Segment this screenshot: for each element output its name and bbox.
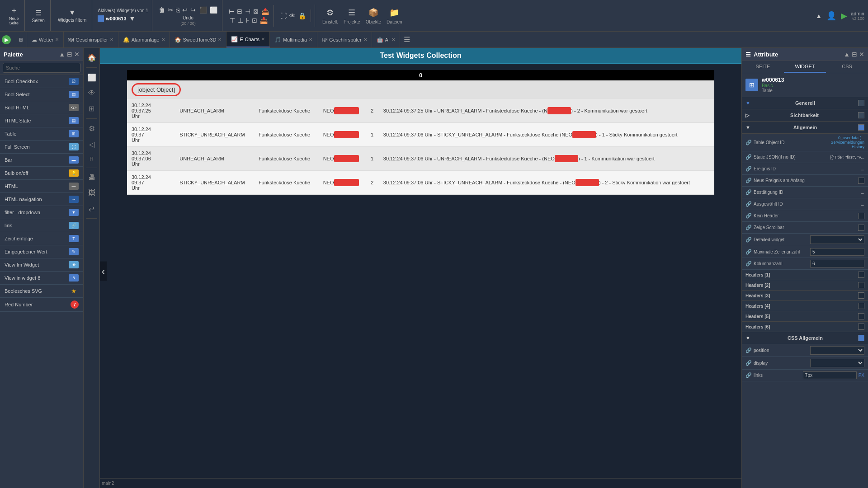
align-top-button[interactable]: ⊤: [229, 16, 236, 25]
side-icon-arrow-left[interactable]: ◁: [87, 138, 96, 150]
fullscreen-button[interactable]: ⛶: [279, 11, 288, 20]
paste2-button[interactable]: ⬜: [209, 5, 218, 14]
tab-css[interactable]: CSS: [826, 61, 868, 73]
widget-dropdown-button[interactable]: ▼: [128, 14, 137, 23]
tab-ai-close[interactable]: ✕: [392, 37, 395, 42]
cut-button[interactable]: ✂: [167, 5, 174, 14]
import-button[interactable]: 📥: [259, 16, 269, 25]
align-center-v-button[interactable]: ⊥: [237, 16, 244, 25]
palette-item-bar[interactable]: Bar ▬: [0, 154, 83, 167]
position-select[interactable]: [810, 346, 864, 355]
tab-geschirrspuler1-close[interactable]: ✕: [110, 37, 113, 42]
palette-item-html-navigation[interactable]: HTML navigation →: [0, 193, 83, 206]
side-icon-grid[interactable]: ⊞: [87, 103, 96, 115]
redo-button[interactable]: ↪: [189, 5, 197, 14]
undo-button[interactable]: ↩: [181, 5, 189, 14]
palette-item-html[interactable]: HTML —: [0, 180, 83, 193]
tab-echarts[interactable]: 📈 E-Charts ✕: [226, 32, 269, 47]
tab-sweethome3d-close[interactable]: ✕: [218, 37, 222, 42]
tab-multimedia[interactable]: 🎵 Multimedia ✕: [270, 32, 317, 47]
tab-canvas[interactable]: 🖥: [14, 32, 27, 47]
prop-link-icon-14[interactable]: 🔗: [745, 372, 752, 378]
tab-ai[interactable]: 🤖 AI ✕: [372, 32, 400, 47]
palette-close-button[interactable]: ✕: [74, 51, 80, 58]
eye-button[interactable]: 👁: [288, 11, 297, 20]
align-bottom-button[interactable]: ⊦: [245, 16, 250, 25]
tab-alarmanlage[interactable]: 🔔 Alarmanlage ✕: [118, 32, 170, 47]
generell-checkbox[interactable]: [858, 100, 864, 106]
delete-button[interactable]: 🗑: [158, 5, 166, 14]
export-button[interactable]: 📤: [260, 7, 270, 16]
detailed-widget-select[interactable]: [810, 235, 864, 244]
prop-link-icon-5[interactable]: 🔗: [745, 189, 752, 195]
palette-item-view-im-widget[interactable]: View Im Widget 👁: [0, 258, 83, 272]
sub-headers-6[interactable]: Headers [6]: [742, 322, 868, 332]
palette-item-link[interactable]: link 🔗: [0, 219, 83, 232]
copy-button[interactable]: ⎘: [175, 5, 180, 14]
right-panel-up-button[interactable]: ▲: [844, 51, 850, 58]
tab-geschirrspuler1[interactable]: 🍽 Geschirrspüler ✕: [64, 32, 118, 47]
side-icon-layers[interactable]: ⬜: [85, 71, 98, 84]
neus-ereignis-checkbox[interactable]: [858, 178, 864, 184]
section-allgemein[interactable]: ▼ Allgemein: [742, 122, 868, 134]
headers-2-checkbox[interactable]: [858, 282, 864, 288]
section-sichtbarkeit[interactable]: ▷ Sichtbarkeit: [742, 109, 868, 122]
dateien-button[interactable]: 📁: [388, 7, 400, 19]
headers-4-checkbox[interactable]: [858, 303, 864, 309]
kein-header-checkbox[interactable]: [858, 213, 864, 219]
sub-headers-4[interactable]: Headers [4]: [742, 301, 868, 311]
right-panel-expand-button[interactable]: ⊟: [852, 51, 857, 58]
tab-alarmanlage-close[interactable]: ✕: [161, 37, 165, 42]
palette-up-button[interactable]: ▲: [59, 51, 65, 58]
prop-link-icon-8[interactable]: 🔗: [745, 225, 752, 230]
sichtbarkeit-checkbox[interactable]: [858, 112, 864, 118]
align-left-button[interactable]: ⊢: [228, 7, 235, 16]
sub-headers-5[interactable]: Headers [5]: [742, 311, 868, 322]
tab-widget[interactable]: WIDGET: [784, 61, 826, 73]
prop-link-icon-2[interactable]: 🔗: [745, 154, 752, 160]
palette-item-table[interactable]: Table ⊞: [0, 127, 83, 141]
headers-5-checkbox[interactable]: [858, 313, 864, 319]
kolumnanzahl-input[interactable]: [810, 260, 864, 267]
side-icon-arrow-swap[interactable]: ⇄: [87, 202, 96, 215]
prop-link-icon-6[interactable]: 🔗: [745, 201, 752, 207]
allgemein-checkbox[interactable]: [858, 124, 864, 131]
right-panel-close-button[interactable]: ✕: [859, 51, 864, 58]
links-input[interactable]: [803, 371, 857, 379]
palette-item-red-number[interactable]: Red Number 7: [0, 298, 83, 312]
prop-link-icon-9[interactable]: 🔗: [745, 237, 752, 243]
section-css-allgemein[interactable]: ▼ CSS Allgemein: [742, 332, 868, 344]
align-right-button[interactable]: ⊣: [244, 7, 251, 16]
max-zeilenanzahl-input[interactable]: [810, 248, 864, 256]
palette-item-bool-checkbox[interactable]: Bool Checkbox ☑: [0, 75, 83, 88]
palette-item-filter-dropdown[interactable]: filter - dropdown ▼: [0, 206, 83, 219]
tab-seite[interactable]: SEITE: [742, 61, 784, 73]
section-generell[interactable]: ▼ Generell: [742, 97, 868, 109]
sub-headers-2[interactable]: Headers [2]: [742, 280, 868, 291]
side-icon-image[interactable]: 🖼: [86, 187, 97, 199]
palette-item-full-screen[interactable]: Full Screen ⛶: [0, 141, 83, 154]
palette-item-bool-select[interactable]: Bool Select ▤: [0, 88, 83, 101]
filter-button[interactable]: ▼ Widgets filtern: [56, 8, 88, 23]
prop-link-icon-3[interactable]: 🔗: [745, 166, 752, 172]
side-icon-eye[interactable]: 👁: [86, 87, 97, 99]
side-icon-settings[interactable]: ⚙: [87, 122, 97, 135]
objekte-button[interactable]: 📦: [368, 7, 379, 19]
prop-link-icon-10[interactable]: 🔗: [745, 249, 752, 255]
tab-wetter-close[interactable]: ✕: [55, 37, 59, 42]
sub-headers-1[interactable]: Headers [1]: [742, 270, 868, 280]
play-tab-button[interactable]: ▶: [2, 35, 11, 44]
arrow-up-button[interactable]: ▲: [816, 12, 822, 19]
projekte-button[interactable]: ☰: [347, 7, 356, 19]
distribute-v-button[interactable]: ⊡: [251, 16, 258, 25]
palette-item-bulb[interactable]: Bulb on/off 💡: [0, 167, 83, 180]
tab-overflow-button[interactable]: ☰: [400, 35, 414, 44]
tab-geschirrspuler2-close[interactable]: ✕: [363, 37, 367, 42]
palette-item-eingegebener-wert[interactable]: Eingegebener Wert ✎: [0, 245, 83, 258]
tab-geschirrspuler2[interactable]: 🍽 Geschirrspüler ✕: [317, 32, 372, 47]
palette-item-zeichenfolge[interactable]: Zeichenfolge T: [0, 232, 83, 245]
palette-item-html-state[interactable]: HTML State ▤: [0, 114, 83, 127]
sub-headers-3[interactable]: Headers [3]: [742, 291, 868, 301]
tab-wetter[interactable]: ☁ Wetter ✕: [27, 32, 64, 47]
palette-toggle-button[interactable]: ⊟: [67, 51, 72, 58]
